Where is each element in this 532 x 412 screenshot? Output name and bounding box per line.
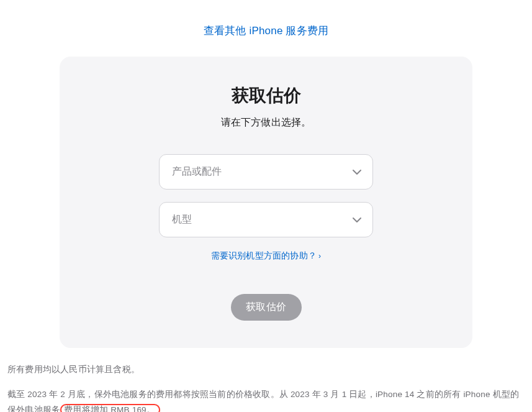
- price-increase-highlight: 费用将增加 RMB 169。: [60, 404, 160, 412]
- note-currency: 所有费用均以人民币计算且含税。: [7, 362, 523, 378]
- chevron-down-icon: [353, 169, 361, 175]
- footer-notes: 所有费用均以人民币计算且含税。 截至 2023 年 2 月底，保外电池服务的费用…: [7, 362, 523, 412]
- help-link-wrap: 需要识别机型方面的协助？›: [84, 250, 448, 262]
- card-subtitle: 请在下方做出选择。: [84, 116, 448, 129]
- model-select-placeholder: 机型: [172, 213, 192, 226]
- product-select[interactable]: 产品或配件: [159, 154, 373, 190]
- identify-model-help-link[interactable]: 需要识别机型方面的协助？›: [211, 250, 322, 260]
- chevron-down-icon: [353, 217, 361, 222]
- page-container: 查看其他 iPhone 服务费用 获取估价 请在下方做出选择。 产品或配件 机型: [0, 0, 532, 412]
- product-select-placeholder: 产品或配件: [172, 165, 222, 178]
- model-select[interactable]: 机型: [159, 202, 373, 237]
- model-select-wrap: 机型: [159, 202, 373, 237]
- estimate-card: 获取估价 请在下方做出选择。 产品或配件 机型 需要识别机型方面的协助？›: [60, 57, 472, 348]
- help-link-label: 需要识别机型方面的协助？: [211, 250, 317, 260]
- chevron-right-icon: ›: [318, 252, 321, 260]
- top-link-wrap: 查看其他 iPhone 服务费用: [0, 0, 532, 57]
- get-estimate-button[interactable]: 获取估价: [231, 294, 302, 321]
- card-title: 获取估价: [84, 84, 448, 108]
- note-price-change: 截至 2023 年 2 月底，保外电池服务的费用都将按照当前的价格收取。从 20…: [7, 387, 523, 412]
- other-services-link[interactable]: 查看其他 iPhone 服务费用: [204, 25, 329, 37]
- product-select-wrap: 产品或配件: [159, 154, 373, 190]
